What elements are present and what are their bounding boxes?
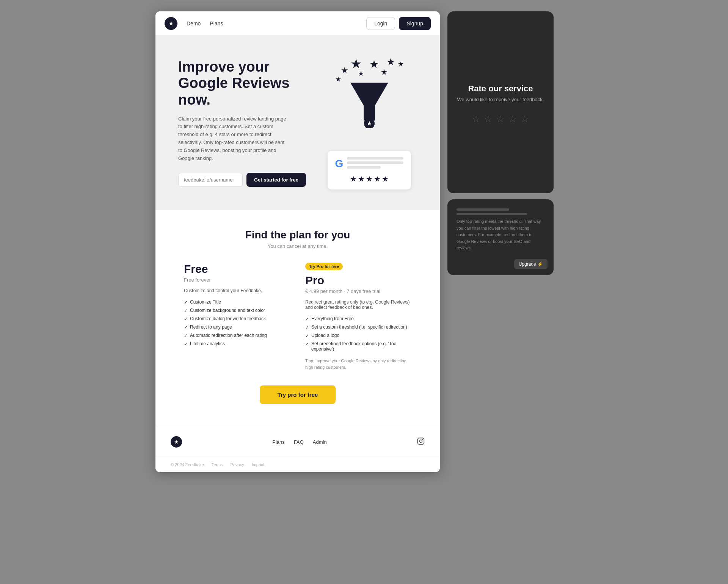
nav-plans[interactable]: Plans xyxy=(210,20,223,27)
rate-star-3[interactable]: ☆ xyxy=(496,114,505,124)
footer-bottom: © 2024 Feedbake Terms Privacy Imprint xyxy=(155,457,440,472)
free-plan-features: ✓Customize Title ✓Customize background a… xyxy=(184,299,290,347)
rate-star-1[interactable]: ☆ xyxy=(472,114,480,124)
rate-service-card: Rate our service We would like to receiv… xyxy=(447,11,554,193)
review-line-1 xyxy=(347,157,403,160)
star-5: ★ xyxy=(358,69,364,78)
pro-plan-name: Pro xyxy=(305,274,411,287)
funnel-area: ★ ★ ★ ★ ★ ★ ★ ★ ★ xyxy=(328,56,411,147)
plans-section: Find the plan for you You can cancel at … xyxy=(155,210,440,427)
hero-title: Improve your Google Reviews now. xyxy=(178,59,306,108)
free-feature-4: ✓Redirect to any page xyxy=(184,324,290,330)
footer-link-faq[interactable]: FAQ xyxy=(294,439,304,445)
free-plan-name: Free xyxy=(184,263,290,276)
review-card: G ★ ★ ★ ★ ★ xyxy=(328,151,411,189)
hero-description: Claim your free personalized review land… xyxy=(178,115,288,163)
cta-button[interactable]: Get started for free xyxy=(246,173,306,187)
upgrade-button[interactable]: Upgrade ⚡ xyxy=(514,259,548,269)
free-feature-6: ✓Lifetime analytics xyxy=(184,341,290,347)
plans-grid: Free Free forever Customize and control … xyxy=(171,263,425,370)
hero-section: Improve your Google Reviews now. Claim y… xyxy=(155,36,440,210)
star-2: ★ xyxy=(369,58,379,70)
rate-star-4[interactable]: ☆ xyxy=(508,114,517,124)
navbar: ★ Demo Plans Login Signup xyxy=(155,11,440,36)
review-star-4: ★ xyxy=(374,174,381,183)
review-lines xyxy=(347,157,403,171)
star-rating-row[interactable]: ☆ ☆ ☆ ☆ ☆ xyxy=(472,114,529,124)
hero-left: Improve your Google Reviews now. Claim y… xyxy=(178,59,306,187)
star-4: ★ xyxy=(341,66,348,75)
main-panel: ★ Demo Plans Login Signup Improve your G… xyxy=(155,11,440,472)
star-7: ★ xyxy=(398,60,404,68)
plans-title: Find the plan for you xyxy=(171,229,425,241)
upgrade-card-line-1 xyxy=(457,208,509,211)
footer-logo: ★ xyxy=(171,436,182,448)
copyright: © 2024 Feedbake xyxy=(171,462,204,467)
google-logo: G xyxy=(335,158,344,170)
username-input[interactable] xyxy=(178,173,243,187)
review-line-3 xyxy=(347,166,381,169)
rate-service-title: Rate our service xyxy=(468,84,533,94)
pro-feature-3: ✓Upload a logo xyxy=(305,333,411,338)
pro-plan-desc: Redirect great ratings only (to e.g. Goo… xyxy=(305,299,411,310)
star-6: ★ xyxy=(381,67,388,77)
review-star-5: ★ xyxy=(382,174,389,183)
svg-rect-3 xyxy=(418,438,424,444)
svg-text:★: ★ xyxy=(367,120,372,127)
free-plan-card: Free Free forever Customize and control … xyxy=(184,263,290,370)
try-pro-button[interactable]: Try pro for free xyxy=(260,385,336,404)
pro-feature-4: ✓Set predefined feedback options (e.g. '… xyxy=(305,341,411,352)
instagram-icon[interactable] xyxy=(417,437,425,447)
rate-service-subtitle: We would like to receive your feedback. xyxy=(457,97,544,102)
navbar-left: ★ Demo Plans xyxy=(165,17,223,30)
review-star-2: ★ xyxy=(358,174,365,183)
star-3: ★ xyxy=(386,56,395,68)
footer-links: Plans FAQ Admin xyxy=(272,439,326,445)
right-panel: Rate our service We would like to receiv… xyxy=(447,11,554,472)
nav-demo[interactable]: Demo xyxy=(187,20,201,27)
logo-icon: ★ xyxy=(165,17,177,30)
upgrade-card-text: Only top-rating meets the threshold. Tha… xyxy=(457,218,544,252)
login-button[interactable]: Login xyxy=(366,17,395,30)
pro-feature-1: ✓Everything from Free xyxy=(305,316,411,322)
signup-button[interactable]: Signup xyxy=(399,17,431,30)
funnel-svg: ★ xyxy=(347,79,392,128)
footer-imprint[interactable]: Imprint xyxy=(252,462,265,467)
hero-input-row: Get started for free xyxy=(178,173,306,187)
free-feature-3: ✓Customize dialog for written feedback xyxy=(184,316,290,322)
star-1: ★ xyxy=(350,56,362,71)
rate-star-2[interactable]: ☆ xyxy=(484,114,493,124)
review-card-top: G xyxy=(335,157,403,171)
rate-star-5[interactable]: ☆ xyxy=(521,114,529,124)
pro-plan-price: € 4.99 per month · 7 days free trial xyxy=(305,288,411,294)
pro-feature-2: ✓Set a custom threshold (i.e. specific r… xyxy=(305,324,411,330)
free-feature-5: ✓Automatic redirection after each rating xyxy=(184,333,290,338)
hero-illustration: ★ ★ ★ ★ ★ ★ ★ ★ ★ xyxy=(321,56,417,189)
svg-marker-0 xyxy=(350,83,388,121)
pro-plan-badge: Try Pro for free xyxy=(305,263,343,270)
footer-link-admin[interactable]: Admin xyxy=(313,439,327,445)
navbar-right: Login Signup xyxy=(366,17,431,30)
free-plan-tagline: Free forever xyxy=(184,277,290,283)
pro-plan-tipp: Tipp: Improve your Google Reviews by onl… xyxy=(305,358,411,370)
footer-main: ★ Plans FAQ Admin xyxy=(155,427,440,457)
footer-link-plans[interactable]: Plans xyxy=(272,439,285,445)
review-star-3: ★ xyxy=(366,174,373,183)
review-star-1: ★ xyxy=(350,174,357,183)
free-feature-1: ✓Customize Title xyxy=(184,299,290,305)
review-line-2 xyxy=(347,161,403,164)
footer-terms[interactable]: Terms xyxy=(212,462,223,467)
upgrade-card-line-2 xyxy=(457,213,527,215)
pro-plan-card: Try Pro for free Pro € 4.99 per month · … xyxy=(305,263,411,370)
star-8: ★ xyxy=(335,75,341,83)
pro-plan-features: ✓Everything from Free ✓Set a custom thre… xyxy=(305,316,411,352)
free-feature-2: ✓Customize background and text color xyxy=(184,308,290,313)
upgrade-card: Only top-rating meets the threshold. Tha… xyxy=(447,199,554,275)
free-plan-desc: Customize and control your Feedbake. xyxy=(184,288,290,293)
review-stars: ★ ★ ★ ★ ★ xyxy=(335,174,403,183)
plans-subtitle: You can cancel at any time. xyxy=(171,243,425,249)
footer-privacy[interactable]: Privacy xyxy=(231,462,244,467)
